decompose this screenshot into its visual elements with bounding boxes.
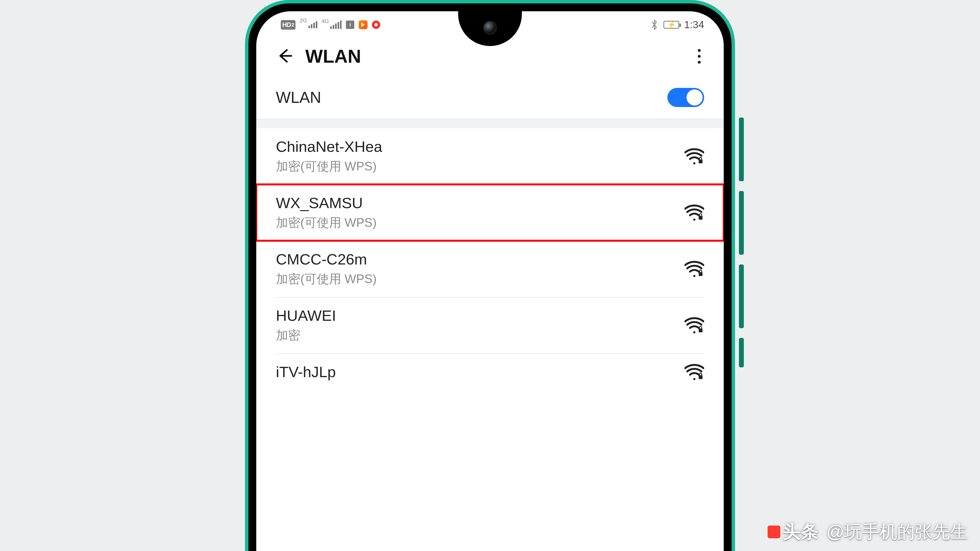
side-button (739, 338, 744, 367)
clock: 1:34 (684, 19, 704, 30)
watermark: 头条 @玩手机的张先生 (768, 520, 968, 544)
svg-rect-3 (699, 329, 703, 332)
hd-label: HD (282, 21, 291, 29)
side-button (739, 191, 744, 255)
screen: HD2 2G 4G i ⚡ (256, 11, 724, 551)
wlan-toggle-row[interactable]: WLAN (256, 81, 724, 120)
watermark-handle: @玩手机的张先生 (826, 520, 968, 544)
signal-label: 2G (300, 17, 307, 24)
svg-rect-0 (699, 159, 703, 164)
hd-sub: 2 (291, 22, 294, 28)
network-detail: 加密(可使用 WPS) (276, 271, 377, 287)
side-button (739, 118, 744, 181)
network-item[interactable]: iTV-hJLp (256, 353, 724, 391)
bluetooth-icon (650, 19, 659, 30)
more-dots-icon (698, 49, 701, 52)
side-button (739, 265, 744, 328)
wifi-lock-icon (684, 204, 704, 221)
play-badge-icon (359, 20, 368, 29)
network-detail: 加密(可使用 WPS) (276, 214, 377, 231)
more-button[interactable] (694, 46, 704, 66)
battery-icon: ⚡ (663, 21, 679, 29)
wifi-lock-icon (684, 260, 704, 278)
info-badge-icon: i (346, 21, 354, 29)
record-badge-icon (372, 21, 380, 29)
network-item[interactable]: CMCC-C26m加密(可使用 WPS) (256, 241, 724, 297)
page-title: WLAN (305, 46, 361, 67)
svg-rect-2 (699, 272, 703, 276)
network-ssid: ChinaNet-XHea (276, 138, 382, 155)
signal-label: 4G (322, 18, 329, 24)
phone-mockup: HD2 2G 4G i ⚡ (245, 0, 735, 551)
network-item[interactable]: HUAWEI加密 (256, 297, 724, 353)
wlan-switch[interactable] (667, 88, 704, 107)
network-item[interactable]: ChinaNet-XHea加密(可使用 WPS) (256, 128, 724, 184)
arrow-left-icon (276, 47, 294, 65)
network-detail: 加密(可使用 WPS) (276, 158, 382, 175)
switch-knob (686, 89, 703, 106)
network-ssid: HUAWEI (276, 307, 336, 324)
wifi-lock-icon (684, 364, 704, 381)
svg-rect-4 (699, 375, 703, 379)
wifi-lock-icon (684, 148, 704, 165)
camera-icon (483, 21, 497, 35)
wifi-lock-icon (684, 317, 704, 334)
signal-4g-icon: 4G (322, 21, 342, 29)
svg-rect-1 (699, 216, 703, 220)
signal-2g-icon: 2G (300, 21, 317, 28)
toggle-label: WLAN (276, 88, 321, 106)
network-list: ChinaNet-XHea加密(可使用 WPS) WX_SAMSU加密(可使用 … (256, 128, 724, 391)
phone-frame: HD2 2G 4G i ⚡ (245, 0, 735, 551)
network-ssid: WX_SAMSU (276, 194, 377, 211)
network-item[interactable]: WX_SAMSU加密(可使用 WPS) (256, 184, 724, 241)
network-detail: 加密 (276, 327, 336, 344)
network-ssid: iTV-hJLp (276, 363, 336, 381)
hd-badge-icon: HD2 (281, 20, 296, 30)
network-ssid: CMCC-C26m (276, 251, 377, 268)
back-button[interactable] (276, 47, 294, 66)
section-divider (256, 120, 724, 128)
watermark-logo-icon: 头条 (768, 520, 819, 544)
watermark-brand: 头条 (783, 520, 819, 544)
